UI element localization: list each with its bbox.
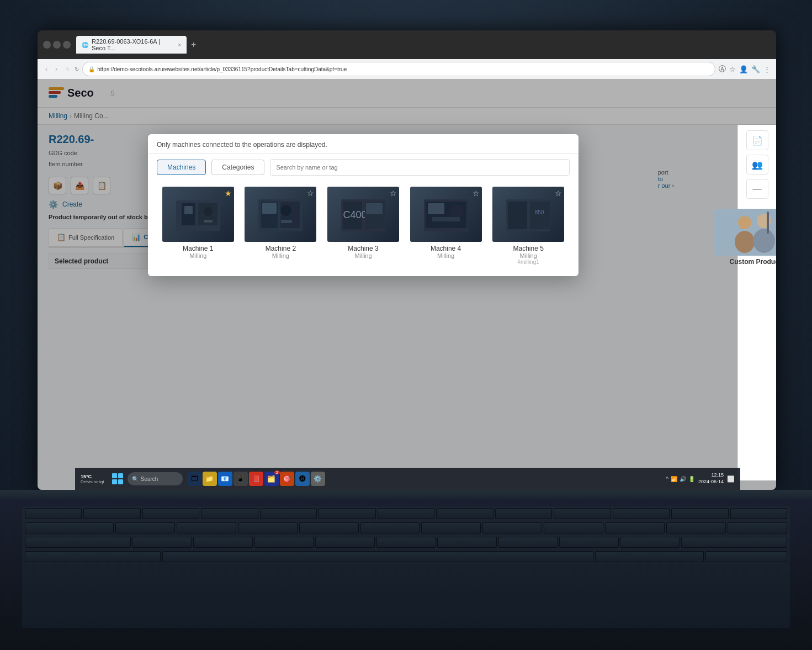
sidebar-icon-people[interactable]: 👥	[746, 155, 768, 175]
systray-chevron[interactable]: ^	[666, 476, 668, 482]
browser-max-btn[interactable]	[63, 41, 71, 49]
machine-search-input[interactable]	[270, 159, 570, 176]
taskbar-app-4[interactable]: 📕	[249, 472, 263, 486]
right-sidebar-icons: 📄 👥 —	[737, 125, 776, 480]
refresh-icon[interactable]: ↻	[75, 66, 79, 72]
machine-card-2[interactable]: ☆ Machine 2 Milling	[240, 187, 322, 265]
svg-rect-27	[432, 217, 460, 221]
key-row1-2	[83, 508, 140, 519]
taskbar-clock[interactable]: 12:15 2024-06-14	[698, 472, 724, 485]
key-row3-9	[559, 537, 618, 548]
sidebar-icon-doc[interactable]: 📄	[746, 130, 768, 150]
extensions-icon[interactable]: 🔧	[751, 65, 760, 73]
start-sq2	[118, 473, 123, 478]
taskbar-systray: ^ 📶 🔊 🔋	[666, 476, 695, 482]
machine-cat-2: Milling	[240, 252, 322, 259]
taskbar-app-7[interactable]: 🅦	[295, 472, 310, 486]
key-row1-13	[730, 508, 787, 519]
sidebar-icon-minus[interactable]: —	[746, 179, 768, 199]
tab-bar: 🌐 R220.69-0063-XO16-6A | Seco T... × +	[76, 36, 199, 54]
tab-close-btn[interactable]: ×	[178, 42, 181, 48]
laptop-hinge	[0, 490, 812, 499]
machine-card-1[interactable]: ★ Machine 1 Milling	[157, 187, 240, 265]
start-sq4	[118, 479, 123, 484]
svg-rect-29	[508, 202, 527, 229]
machines-tab-btn[interactable]: Machines	[157, 160, 206, 175]
machine-thumbnail-1: ★	[162, 187, 234, 242]
taskbar-app-2[interactable]: 📧	[218, 472, 232, 486]
key-row3-5	[315, 537, 374, 548]
taskbar-app-1[interactable]: 📁	[203, 472, 217, 486]
svg-rect-11	[204, 220, 213, 223]
reader-view-icon[interactable]: Ⓐ	[719, 64, 726, 74]
key-row1-12	[671, 508, 728, 519]
svg-rect-5	[767, 212, 769, 234]
machine-star-5: ☆	[555, 189, 562, 198]
taskbar-app-3[interactable]: 📱	[233, 472, 248, 486]
start-sq3	[112, 479, 117, 484]
svg-rect-25	[428, 203, 444, 214]
taskbar-app-icon-2: 📧	[221, 475, 229, 483]
machine-selection-modal: Only machines connected to the operation…	[148, 134, 579, 276]
volume-icon: 🔊	[680, 476, 686, 482]
machine-card-3[interactable]: C400 ☆ Machine 3 Milling	[322, 187, 405, 265]
key-row1-8	[436, 508, 493, 519]
weather-temp: 15°C	[81, 474, 104, 479]
taskbar-search[interactable]: 🔍 Search	[128, 472, 183, 485]
menu-icon[interactable]: ⋮	[763, 65, 771, 73]
taskbar-app-icon-5: 🗂️	[267, 475, 275, 483]
taskbar-app-5[interactable]: 🗂️ 2	[264, 472, 279, 486]
custom-products-panel: Custom Products	[714, 209, 776, 266]
bookmark-icon[interactable]: ☆	[729, 65, 736, 73]
keyboard-area	[22, 506, 790, 628]
clock-date: 2024-06-14	[698, 479, 724, 485]
svg-point-16	[280, 205, 291, 216]
browser-min-btn[interactable]	[53, 41, 61, 49]
machine-name-2: Machine 2	[240, 245, 322, 252]
taskbar-app-8[interactable]: ⚙️	[311, 472, 325, 486]
taskbar-app-icon-4: 📕	[252, 475, 260, 483]
key-row2-11	[666, 522, 726, 533]
weather-desc: Delvis soligt	[81, 479, 104, 484]
svg-text:850: 850	[535, 209, 544, 215]
key-row3-3	[193, 537, 252, 548]
key-row4-space	[162, 551, 593, 562]
forward-button[interactable]: ›	[53, 64, 60, 74]
browser-close-btn[interactable]	[43, 41, 51, 49]
taskbar-app-0[interactable]: 🗔	[187, 472, 201, 486]
taskbar-app-icon-1: 📁	[205, 475, 214, 483]
modal-notice-bar: Only machines connected to the operation…	[148, 134, 579, 154]
back-button[interactable]: ‹	[43, 64, 50, 74]
new-tab-btn[interactable]: +	[188, 40, 199, 50]
machine-cat-1: Milling	[157, 252, 240, 259]
key-row3-11	[681, 537, 787, 548]
key-row2-6	[360, 522, 420, 533]
machine-name-5: Machine 5	[487, 245, 570, 252]
address-actions: Ⓐ ☆ 👤 🔧 ⋮	[719, 64, 771, 74]
start-sq1	[112, 473, 117, 478]
notification-icon[interactable]: ⬜	[727, 475, 735, 483]
tab-title: R220.69-0063-XO16-6A | Seco T...	[92, 38, 174, 51]
svg-rect-9	[184, 206, 193, 214]
custom-products-image[interactable]	[714, 209, 776, 256]
machine-thumbnail-5: 850 ☆	[492, 187, 564, 242]
machine-star-3: ☆	[390, 189, 397, 198]
machine-thumb-inner-4	[410, 187, 482, 242]
key-row2-9	[544, 522, 603, 533]
machine-star-1: ★	[225, 189, 232, 198]
taskbar-apps: 🗔 📁 📧 📱 📕 🗂️ 2 �	[187, 472, 325, 486]
browser-profile-icon[interactable]: 👤	[739, 65, 748, 73]
home-button[interactable]: ⌂	[63, 64, 71, 74]
svg-point-4	[753, 229, 775, 253]
address-bar[interactable]: 🔒 https://demo-secotools.azurewebsites.n…	[82, 62, 715, 76]
machine-card-5[interactable]: 850 ☆ Machine 5 Milling #milling1	[487, 187, 570, 265]
machine-star-2: ☆	[307, 189, 314, 198]
machine-card-4[interactable]: ☆ Machine 4 Milling	[405, 187, 487, 265]
machine-cat-3: Milling	[322, 252, 405, 259]
taskbar-app-6[interactable]: 🎯	[280, 472, 294, 486]
key-row4-2	[595, 551, 704, 562]
key-row3-8	[498, 537, 558, 548]
active-tab[interactable]: 🌐 R220.69-0063-XO16-6A | Seco T... ×	[76, 36, 187, 54]
start-button[interactable]	[112, 473, 123, 484]
categories-tab-btn[interactable]: Categories	[211, 160, 264, 175]
